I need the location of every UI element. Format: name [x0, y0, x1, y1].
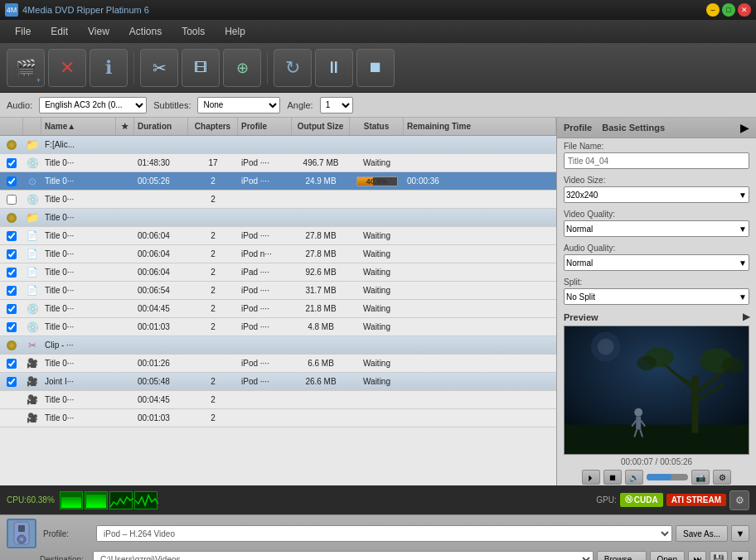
tab-basic-settings[interactable]: Basic Settings: [602, 123, 665, 133]
maximize-button[interactable]: □: [722, 3, 735, 17]
settings-preview-button[interactable]: ⚙: [713, 470, 731, 485]
list-item[interactable]: 🎥 Title 0··· 00:01:26 iPod ···· 6.6 MB W…: [0, 355, 556, 373]
row-checkbox[interactable]: [7, 195, 17, 205]
window-controls[interactable]: – □ ✕: [706, 3, 751, 17]
group4-checkbox[interactable]: [7, 377, 17, 387]
row-check[interactable]: [0, 322, 23, 332]
row-profile: iPod ····: [238, 304, 292, 313]
gpu-settings-button[interactable]: ⚙: [729, 490, 749, 510]
list-item[interactable]: 💿 Title 0··· 2: [0, 191, 556, 209]
save-dest-button[interactable]: 💾: [710, 551, 728, 560]
screenshot-button[interactable]: 📷: [691, 470, 710, 485]
volume-button[interactable]: 🔊: [625, 470, 643, 485]
group4-status: Waiting: [350, 377, 404, 386]
angle-select[interactable]: 1: [320, 97, 353, 113]
group1-check[interactable]: [0, 140, 23, 150]
add-dvd-icon: 🎬: [16, 58, 36, 78]
group3-check[interactable]: [0, 340, 23, 350]
row-check[interactable]: [0, 195, 23, 205]
video-size-select[interactable]: 320x240 ▼: [564, 186, 749, 203]
row-name: Title 0···: [41, 158, 116, 167]
expand-icon[interactable]: ▶: [740, 121, 749, 134]
row-size: 92.6 MB: [292, 268, 350, 277]
audio-select[interactable]: English AC3 2ch (0...: [39, 97, 147, 113]
menu-view[interactable]: View: [80, 23, 118, 40]
stop-preview-button[interactable]: ⏹: [603, 470, 622, 485]
row-checkbox[interactable]: [7, 158, 17, 168]
row-checkbox[interactable]: [7, 249, 17, 259]
preview-expand-icon[interactable]: ▶: [743, 311, 749, 322]
row-check[interactable]: [0, 286, 23, 296]
row-checkbox[interactable]: [7, 304, 17, 314]
row-check[interactable]: [0, 249, 23, 259]
row-checkbox[interactable]: [7, 286, 17, 296]
row-checkbox[interactable]: [7, 231, 17, 241]
menu-help[interactable]: Help: [216, 23, 254, 40]
row-size: 27.8 MB: [292, 249, 350, 258]
row-size: 31.7 MB: [292, 286, 350, 295]
convert-button[interactable]: ↻: [274, 49, 312, 87]
add-dvd-button[interactable]: 🎬 +: [7, 49, 45, 87]
file-name-input[interactable]: [564, 152, 749, 169]
menu-edit[interactable]: Edit: [42, 23, 76, 40]
menu-file[interactable]: File: [7, 23, 39, 40]
group4-check[interactable]: [0, 377, 23, 387]
list-item[interactable]: 💿 Title 0··· 00:01:03 2 iPod ···· 4.8 MB…: [0, 318, 556, 336]
header-name[interactable]: Name▲: [41, 118, 116, 135]
list-item-selected[interactable]: ⊙ Title 0··· 00:05:26 2 iPod ···· 24.9 M…: [0, 172, 556, 191]
row-check[interactable]: [0, 304, 23, 314]
menu-actions[interactable]: Actions: [121, 23, 170, 40]
open-button[interactable]: Open: [650, 551, 685, 560]
list-item[interactable]: 🎥 Title 0··· 00:04:45 2: [0, 391, 556, 409]
row-check[interactable]: [0, 268, 23, 278]
row-checkbox[interactable]: [7, 322, 17, 332]
list-item[interactable]: 📄 Title 0··· 00:06:04 2 iPod n··· 27.8 M…: [0, 245, 556, 263]
row-icon: ⊙: [23, 176, 41, 187]
list-item[interactable]: 💿 Title 0··· 01:48:30 17 iPod ···· 496.7…: [0, 154, 556, 172]
audio-quality-select[interactable]: Normal ▼: [564, 254, 749, 271]
group-row-3: ✂ Clip - ···: [0, 336, 556, 355]
row-check[interactable]: [0, 158, 23, 168]
subtitles-select[interactable]: None: [197, 97, 280, 113]
row-check[interactable]: [0, 231, 23, 241]
row-size: 496.7 MB: [292, 158, 350, 167]
cut-button[interactable]: ✂: [140, 49, 178, 87]
row-checkbox[interactable]: [7, 359, 17, 369]
row-chapters: 2: [188, 268, 238, 277]
row-checkbox[interactable]: [7, 268, 17, 278]
row-name: Title 0···: [41, 195, 116, 204]
list-item[interactable]: 💿 Title 0··· 00:04:45 2 iPod ···· 21.8 M…: [0, 300, 556, 318]
row-chapters: 2: [188, 249, 238, 258]
remove-button[interactable]: ✕: [48, 49, 86, 87]
forward-button[interactable]: ⏭: [688, 551, 706, 560]
destination-select[interactable]: C:\Users\gzrqi\Videos: [93, 551, 594, 560]
row-icon: 🎥: [23, 413, 41, 423]
row-checkbox[interactable]: [7, 176, 17, 186]
video-quality-select[interactable]: Normal ▼: [564, 220, 749, 237]
play-button[interactable]: ⏵: [582, 470, 600, 485]
merge-button[interactable]: ⊕: [223, 49, 261, 87]
list-item[interactable]: 📄 Title 0··· 00:06:54 2 iPod ···· 31.7 M…: [0, 282, 556, 300]
row-check[interactable]: [0, 359, 23, 369]
split-select[interactable]: No Split ▼: [564, 288, 749, 305]
profile-menu-button[interactable]: ▼: [731, 525, 749, 542]
menu-tools[interactable]: Tools: [173, 23, 213, 40]
list-item[interactable]: 📄 Title 0··· 00:06:04 2 iPad ···· 92.6 M…: [0, 263, 556, 282]
list-item[interactable]: 📄 Title 0··· 00:06:04 2 iPod ···· 27.8 M…: [0, 227, 556, 245]
list-item[interactable]: 🎥 Title 0··· 00:01:03 2: [0, 409, 556, 427]
close-button[interactable]: ✕: [738, 3, 751, 17]
profile-select[interactable]: iPod – H.264 Video: [96, 525, 672, 542]
tab-profile[interactable]: Profile: [564, 123, 592, 133]
minimize-button[interactable]: –: [706, 3, 720, 17]
dest-menu-button[interactable]: ▼: [731, 551, 749, 560]
row-check[interactable]: [0, 176, 23, 186]
trim-button[interactable]: 🎞: [182, 49, 220, 87]
row-profile: iPod ····: [238, 359, 292, 368]
save-as-button[interactable]: Save As...: [676, 525, 728, 542]
browse-button[interactable]: Browse...: [597, 551, 647, 560]
group2-check[interactable]: [0, 213, 23, 223]
stop-button[interactable]: ⏹: [356, 49, 395, 87]
pause-button[interactable]: ⏸: [315, 49, 353, 87]
info-button[interactable]: ℹ: [90, 49, 128, 87]
volume-slider[interactable]: [647, 474, 688, 480]
